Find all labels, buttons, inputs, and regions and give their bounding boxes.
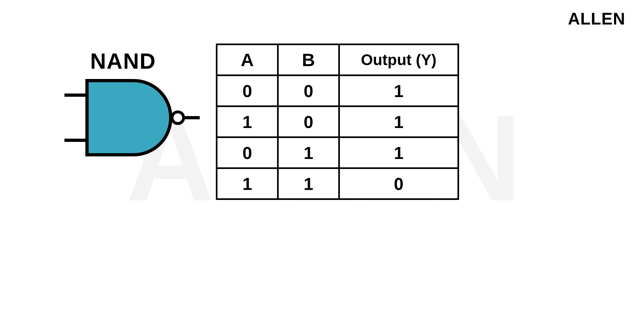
cell-y: 1 [339, 106, 458, 137]
diagram-content: NAND A B Output (Y) 0 0 1 1 0 [0, 0, 644, 316]
table-header-row: A B Output (Y) [217, 44, 458, 75]
cell-b: 0 [278, 106, 339, 137]
svg-point-2 [172, 112, 184, 123]
table-row: 0 0 1 [217, 75, 458, 106]
cell-y: 1 [339, 137, 458, 168]
table-header-a: A [217, 44, 278, 75]
cell-a: 0 [217, 75, 278, 106]
table-row: 0 1 1 [217, 137, 458, 168]
table-header-y: Output (Y) [339, 44, 458, 75]
cell-y: 0 [339, 168, 458, 199]
table-row: 1 0 1 [217, 106, 458, 137]
cell-b: 0 [278, 75, 339, 106]
cell-b: 1 [278, 168, 339, 199]
table-header-b: B [278, 44, 339, 75]
table-row: 1 1 0 [217, 168, 458, 199]
nand-gate-icon [64, 77, 206, 158]
cell-b: 1 [278, 137, 339, 168]
brand-logo: ALLEN [568, 9, 625, 28]
cell-a: 1 [217, 106, 278, 137]
cell-y: 1 [339, 75, 458, 106]
cell-a: 1 [217, 168, 278, 199]
gate-label: NAND [90, 48, 156, 74]
cell-a: 0 [217, 137, 278, 168]
truth-table: A B Output (Y) 0 0 1 1 0 1 0 1 1 1 [216, 44, 459, 200]
